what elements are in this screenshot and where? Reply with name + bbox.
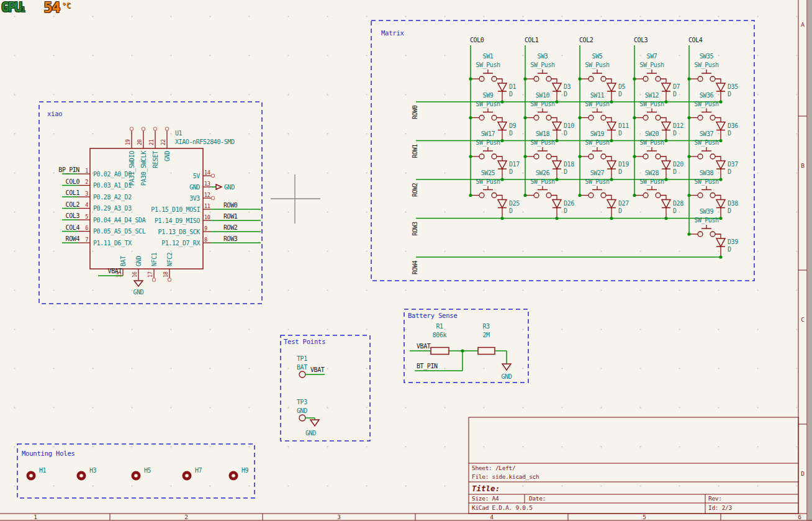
switch-reference[interactable]: SW11	[590, 92, 605, 99]
diode-reference[interactable]: D20	[673, 161, 683, 168]
switch-value[interactable]: SW_Push	[476, 178, 500, 186]
net-label[interactable]: COL3	[66, 212, 80, 219]
net-label-col[interactable]: COL2	[579, 37, 593, 43]
diode-reference[interactable]: D26	[564, 200, 574, 207]
diode-reference[interactable]: D25	[509, 200, 520, 207]
switch-value[interactable]: SW_Push	[585, 61, 610, 69]
tp3-reference[interactable]: TP3	[297, 399, 307, 405]
net-label-btpin[interactable]: BT_PIN	[417, 363, 438, 370]
matrix-switch-cell[interactable]: SW39SW_PushD39D	[687, 208, 738, 259]
diode-reference[interactable]: D9	[509, 122, 517, 129]
diode-value[interactable]: D	[509, 168, 513, 175]
resistor-r3[interactable]	[478, 348, 495, 355]
switch-value[interactable]: SW_Push	[694, 178, 719, 186]
net-label[interactable]: COL1	[66, 189, 80, 196]
switch-reference[interactable]: SW17	[481, 130, 495, 137]
switch-value[interactable]: SW_Push	[585, 178, 610, 186]
r1-value[interactable]: 806k	[433, 332, 447, 338]
net-label-row[interactable]: ROW0	[412, 105, 418, 119]
net-label[interactable]: COL0	[66, 178, 80, 185]
diode-value[interactable]: D	[618, 168, 622, 175]
switch-reference[interactable]: SW26	[536, 170, 550, 176]
r1-reference[interactable]: R1	[436, 323, 443, 330]
tp3-pad[interactable]	[299, 415, 305, 421]
diode-reference[interactable]: D38	[728, 200, 738, 207]
net-label[interactable]: ROW3	[223, 235, 238, 242]
diode-reference[interactable]: D11	[618, 122, 629, 129]
switch-reference[interactable]: SW25	[481, 170, 495, 176]
diode-reference[interactable]: D12	[673, 122, 683, 129]
diode-value[interactable]: D	[564, 130, 567, 137]
matrix-switch-cell[interactable]: SW25SW_PushD25D	[469, 170, 520, 220]
diode-value[interactable]: D	[673, 168, 677, 175]
switch-reference[interactable]: SW18	[536, 130, 550, 137]
switch-value[interactable]: SW_Push	[476, 101, 500, 108]
tp3-value[interactable]: GND	[297, 407, 307, 414]
net-label[interactable]: COL2	[66, 201, 80, 208]
testpoints-section-label[interactable]: Test Points	[284, 338, 325, 345]
matrix-switch-cell[interactable]: SW28SW_PushD28D	[633, 170, 683, 220]
diode-reference[interactable]: D3	[564, 83, 571, 90]
switch-value[interactable]: SW_Push	[694, 101, 719, 108]
net-label[interactable]: ROW1	[223, 213, 238, 220]
xiao-section-label[interactable]: xiao	[47, 110, 63, 117]
switch-reference[interactable]: SW39	[700, 208, 714, 215]
net-label[interactable]: ROW4	[66, 235, 80, 242]
net-label[interactable]: COL4	[66, 224, 80, 231]
net-label-col[interactable]: COL1	[525, 37, 539, 43]
mcu-symbol-u1[interactable]: U1 XIAO-nRF52840-SMD BP_PIN1P0.02_A0_D0C…	[58, 127, 261, 296]
switch-reference[interactable]: SW1	[483, 53, 494, 60]
switch-reference[interactable]: SW9	[483, 92, 494, 99]
diode-value[interactable]: D	[509, 130, 513, 137]
diode-reference[interactable]: D1	[509, 83, 517, 90]
mcu-value[interactable]: XIAO-nRF52840-SMD	[175, 138, 235, 145]
diode-reference[interactable]: D5	[618, 83, 626, 90]
diode-reference[interactable]: D39	[728, 238, 738, 245]
diode-reference[interactable]: D7	[673, 83, 680, 90]
net-label-vbat-tp[interactable]: VBAT	[310, 366, 325, 373]
diode-value[interactable]: D	[618, 207, 622, 214]
switch-value[interactable]: SW_Push	[639, 178, 664, 186]
tp1-value[interactable]: BAT	[297, 364, 307, 371]
switch-value[interactable]: SW_Push	[530, 61, 555, 69]
switch-value[interactable]: SW_Push	[530, 178, 555, 186]
switch-reference[interactable]: SW7	[647, 53, 657, 60]
diode-reference[interactable]: D19	[618, 161, 629, 168]
r3-value[interactable]: 2M	[482, 332, 490, 338]
matrix-switch-cell[interactable]: SW27SW_PushD27D	[578, 170, 629, 220]
diode-reference[interactable]: D27	[618, 200, 629, 207]
diode-value[interactable]: D	[728, 130, 731, 137]
tp1-pad[interactable]	[299, 371, 305, 378]
testpoints-section-box[interactable]	[281, 335, 370, 441]
switch-value[interactable]: SW_Push	[694, 139, 719, 147]
switch-value[interactable]: SW_Push	[639, 61, 664, 69]
diode-value[interactable]: D	[728, 91, 731, 97]
net-label-row[interactable]: ROW4	[412, 260, 418, 274]
diode-reference[interactable]: D17	[509, 161, 520, 168]
net-label[interactable]: ROW2	[223, 224, 238, 231]
net-label-vbat[interactable]: VBAT	[417, 343, 431, 350]
switch-reference[interactable]: SW3	[538, 53, 548, 60]
diode-value[interactable]: D	[728, 207, 731, 214]
diode-reference[interactable]: D35	[728, 83, 738, 90]
switch-value[interactable]: SW_Push	[694, 61, 719, 69]
matrix-switch-cell[interactable]: SW26SW_PushD26D	[523, 170, 574, 220]
switch-reference[interactable]: SW12	[645, 92, 659, 99]
diode-value[interactable]: D	[564, 207, 567, 214]
switch-value[interactable]: SW_Push	[585, 101, 610, 108]
diode-reference[interactable]: D37	[728, 161, 738, 168]
switch-reference[interactable]: SW38	[700, 170, 714, 176]
switch-reference[interactable]: SW19	[590, 130, 605, 137]
switch-value[interactable]: SW_Push	[585, 139, 610, 147]
diode-value[interactable]: D	[564, 168, 567, 175]
diode-value[interactable]: D	[673, 130, 677, 137]
switch-reference[interactable]: SW5	[592, 53, 603, 60]
diode-value[interactable]: D	[618, 130, 622, 137]
switch-value[interactable]: SW_Push	[694, 217, 719, 224]
tp1-reference[interactable]: TP1	[297, 355, 307, 362]
diode-value[interactable]: D	[728, 168, 731, 175]
net-label[interactable]: ROW0	[223, 202, 238, 209]
net-label-col[interactable]: COL3	[634, 37, 648, 43]
diode-value[interactable]: D	[509, 207, 513, 214]
switch-reference[interactable]: SW20	[645, 130, 659, 137]
